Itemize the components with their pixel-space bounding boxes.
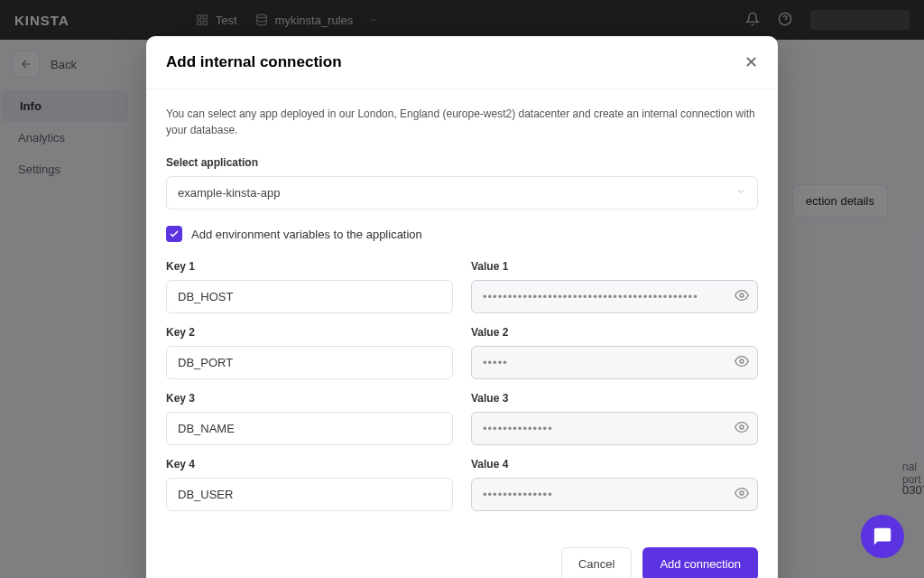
- modal-title: Add internal connection: [166, 53, 342, 71]
- key-label: Key 1: [166, 260, 453, 273]
- select-value: example-kinsta-app: [178, 186, 280, 200]
- eye-icon[interactable]: [735, 420, 749, 438]
- key-label: Key 3: [166, 392, 453, 405]
- value-input-1[interactable]: [471, 280, 758, 313]
- svg-point-10: [740, 425, 744, 429]
- svg-point-8: [740, 294, 744, 297]
- svg-point-11: [740, 491, 744, 495]
- checkbox-label: Add environment variables to the applica…: [191, 228, 422, 241]
- add-connection-modal: Add internal connection ✕ You can select…: [146, 36, 778, 578]
- key-input-3[interactable]: [166, 412, 453, 445]
- value-label: Value 4: [471, 458, 758, 471]
- modal-description: You can select any app deployed in our L…: [166, 106, 758, 138]
- key-label: Key 4: [166, 458, 453, 471]
- chat-fab[interactable]: [861, 515, 904, 558]
- eye-icon[interactable]: [735, 288, 749, 306]
- svg-point-9: [740, 359, 744, 363]
- value-label: Value 3: [471, 392, 758, 405]
- key-input-4[interactable]: [166, 478, 453, 511]
- application-select[interactable]: example-kinsta-app: [166, 176, 758, 210]
- value-input-4[interactable]: [471, 478, 758, 511]
- select-application-label: Select application: [166, 156, 758, 169]
- value-input-3[interactable]: [471, 412, 758, 445]
- eye-icon[interactable]: [735, 486, 749, 504]
- add-env-checkbox[interactable]: [166, 226, 182, 242]
- cancel-button[interactable]: Cancel: [561, 547, 632, 578]
- close-icon[interactable]: ✕: [744, 52, 758, 72]
- chevron-down-icon: [735, 186, 746, 200]
- value-input-2[interactable]: [471, 346, 758, 379]
- key-input-2[interactable]: [166, 346, 453, 379]
- value-label: Value 1: [471, 260, 758, 273]
- value-label: Value 2: [471, 326, 758, 339]
- key-input-1[interactable]: [166, 280, 453, 313]
- add-connection-button[interactable]: Add connection: [642, 547, 758, 578]
- eye-icon[interactable]: [735, 354, 749, 372]
- key-label: Key 2: [166, 326, 453, 339]
